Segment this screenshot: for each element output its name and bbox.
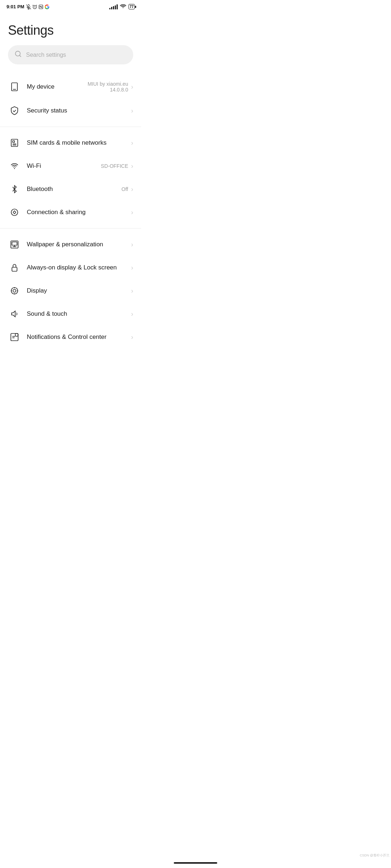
svg-line-6: [20, 55, 21, 57]
time-display: 9:01 PM: [7, 4, 24, 9]
wifi-status-icon: [120, 4, 126, 10]
search-bar[interactable]: Search settings: [8, 45, 133, 64]
chevron-icon: ›: [131, 162, 133, 170]
divider-1: [0, 127, 141, 127]
section-display: Wallpaper & personalization › Always-on …: [0, 231, 141, 350]
svg-point-27: [15, 333, 18, 336]
bluetooth-right: Off ›: [122, 186, 133, 193]
battery-level: 77: [130, 5, 134, 9]
notifications-right: ›: [130, 333, 133, 341]
search-placeholder: Search settings: [26, 52, 66, 58]
wifi-label: Wi-Fi: [27, 162, 101, 170]
chevron-icon: ›: [131, 264, 133, 272]
settings-item-notifications[interactable]: Notifications & Control center ›: [0, 326, 141, 349]
svg-point-19: [11, 288, 18, 294]
section-device: My device MIUI by xiaomi.eu14.0.8.0 › Se…: [0, 73, 141, 124]
sim-label: SIM cards & mobile networks: [27, 139, 130, 146]
sound-icon: [8, 309, 21, 319]
bluetooth-icon: [8, 184, 21, 194]
svg-rect-10: [13, 141, 14, 142]
chevron-icon: ›: [131, 139, 133, 147]
settings-item-connection-sharing[interactable]: Connection & sharing ›: [0, 201, 141, 224]
nfc-icon: [38, 4, 43, 9]
notifications-icon: [8, 332, 21, 342]
google-icon: [45, 4, 50, 9]
connection-icon: [8, 207, 21, 217]
security-label: Security status: [27, 107, 130, 114]
signal-icon: [109, 4, 118, 9]
wifi-icon: [8, 161, 21, 171]
svg-rect-15: [12, 242, 17, 245]
settings-item-wifi[interactable]: Wi-Fi SD-OFFICE ›: [0, 154, 141, 178]
settings-item-wallpaper[interactable]: Wallpaper & personalization ›: [0, 233, 141, 256]
device-icon: [8, 82, 21, 92]
settings-item-security-status[interactable]: Security status ›: [0, 99, 141, 122]
chevron-icon: ›: [131, 83, 133, 91]
status-bar: 9:01 PM: [0, 0, 141, 12]
chevron-icon: ›: [131, 186, 133, 193]
chevron-icon: ›: [131, 310, 133, 318]
wallpaper-right: ›: [130, 241, 133, 248]
settings-item-aod-lockscreen[interactable]: Always-on display & Lock screen ›: [0, 256, 141, 279]
page-title: Settings: [0, 12, 141, 44]
connection-right: ›: [130, 209, 133, 216]
sound-right: ›: [130, 310, 133, 318]
notifications-label: Notifications & Control center: [27, 333, 130, 341]
sim-right: ›: [130, 139, 133, 147]
svg-point-13: [11, 209, 18, 216]
my-device-label: My device: [27, 83, 88, 90]
settings-item-sound[interactable]: Sound & touch ›: [0, 302, 141, 326]
chevron-icon: ›: [131, 333, 133, 341]
wallpaper-label: Wallpaper & personalization: [27, 241, 130, 248]
status-time: 9:01 PM: [7, 4, 50, 9]
svg-rect-18: [12, 267, 17, 271]
lockscreen-icon: [8, 263, 21, 273]
settings-item-display[interactable]: Display ›: [0, 279, 141, 302]
mute-icon: [26, 4, 31, 9]
settings-item-my-device[interactable]: My device MIUI by xiaomi.eu14.0.8.0 ›: [0, 75, 141, 99]
sound-label: Sound & touch: [27, 310, 130, 318]
aod-right: ›: [130, 264, 133, 272]
connection-label: Connection & sharing: [27, 209, 130, 216]
bluetooth-label: Bluetooth: [27, 186, 122, 193]
chevron-icon: ›: [131, 241, 133, 248]
svg-marker-25: [12, 311, 15, 317]
my-device-right: MIUI by xiaomi.eu14.0.8.0 ›: [88, 81, 133, 93]
settings-item-bluetooth[interactable]: Bluetooth Off ›: [0, 178, 141, 201]
svg-point-20: [13, 289, 16, 292]
settings-item-sim[interactable]: SIM cards & mobile networks ›: [0, 131, 141, 154]
battery-indicator: 77: [129, 4, 135, 9]
chevron-icon: ›: [131, 287, 133, 295]
display-right: ›: [130, 287, 133, 295]
search-icon: [14, 50, 22, 59]
wallpaper-icon: [8, 239, 21, 250]
section-connectivity: SIM cards & mobile networks › Wi-Fi SD-O…: [0, 130, 141, 225]
display-icon: [8, 286, 21, 296]
status-indicators: 77: [109, 4, 135, 10]
security-icon: [8, 106, 21, 116]
svg-rect-9: [11, 139, 18, 146]
display-label: Display: [27, 287, 130, 294]
status-icons: [26, 4, 50, 9]
security-right: ›: [130, 107, 133, 115]
alarm-icon: [32, 4, 37, 9]
chevron-icon: ›: [131, 209, 133, 216]
search-container[interactable]: Search settings: [0, 44, 141, 73]
divider-2: [0, 228, 141, 229]
wifi-right: SD-OFFICE ›: [101, 162, 133, 170]
sim-icon: [8, 138, 21, 148]
chevron-icon: ›: [131, 107, 133, 115]
aod-label: Always-on display & Lock screen: [27, 264, 130, 271]
